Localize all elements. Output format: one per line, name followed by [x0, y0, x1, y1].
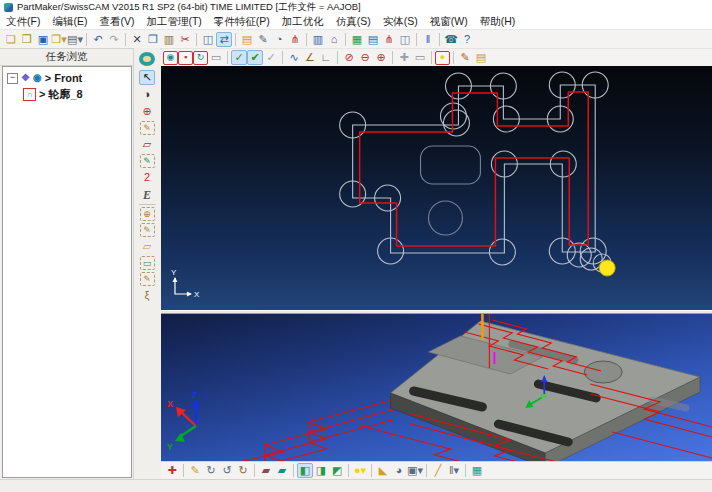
show-all-toolpaths-icon[interactable]: ✔ — [247, 50, 263, 65]
orbit-icon[interactable]: ◕ — [391, 463, 407, 478]
undo-icon[interactable]: ↶ — [90, 32, 106, 47]
menu-view[interactable]: 查看(V) — [93, 15, 140, 29]
window-refresh-icon[interactable]: ↻ — [193, 51, 208, 65]
verify-path-icon[interactable]: ✎ — [457, 50, 473, 65]
angle-measure-icon[interactable]: ∠ — [302, 50, 318, 65]
help-icon[interactable]: ? — [459, 32, 475, 47]
documentation-icon[interactable]: ▥ — [310, 32, 326, 47]
camera-dropdown-icon[interactable]: ▣▾ — [407, 463, 423, 478]
sketch-icon[interactable]: ✎ — [187, 463, 203, 478]
top-view-icon[interactable]: ◨ — [313, 463, 329, 478]
marquee-icon[interactable]: ▭ — [140, 256, 155, 270]
rotate-page-icon[interactable]: ↻ — [235, 463, 251, 478]
window-view-1-icon[interactable]: ◉ — [163, 51, 178, 65]
report-icon[interactable]: ▤ — [365, 32, 381, 47]
light-dropdown-icon[interactable]: ●▾ — [352, 463, 368, 478]
paste-icon[interactable]: ▥ — [161, 32, 177, 47]
cut-icon[interactable]: ✕ — [129, 32, 145, 47]
phone-support-icon[interactable]: ☎ — [443, 32, 459, 47]
cycle-time-icon[interactable]: ◔ — [271, 32, 287, 47]
pan-icon[interactable]: ✚ — [396, 50, 412, 65]
toolpath-3d-back — [223, 400, 393, 461]
tool-group-icon[interactable] — [137, 50, 157, 68]
shaded-view-icon[interactable]: ▰ — [258, 463, 274, 478]
point-target-icon[interactable]: ⊕ — [139, 104, 155, 119]
zoom-window-icon[interactable]: ⊘ — [341, 50, 357, 65]
machine-tree-icon[interactable]: ⋔ — [381, 32, 397, 47]
profile-2-icon[interactable]: 2 — [139, 170, 155, 185]
redo-icon[interactable]: ↷ — [106, 32, 122, 47]
tool-edit-icon[interactable]: ✎ — [255, 32, 271, 47]
toolbar-separator — [453, 51, 454, 64]
menu-part-features[interactable]: 零件特征(P) — [208, 15, 276, 29]
menu-simulation[interactable]: 仿真(S) — [330, 15, 377, 29]
window-view-2-icon[interactable]: ▪ — [178, 51, 193, 65]
menu-edit[interactable]: 编辑(E) — [46, 15, 93, 29]
process-manager-icon[interactable]: ◫ — [200, 32, 216, 47]
menu-process-optimize[interactable]: 加工优化 — [276, 15, 330, 29]
tree-node-front-label[interactable]: > Front — [45, 72, 83, 84]
tree-node-profile[interactable]: ∩ > 轮廓_8 — [3, 86, 131, 102]
task-browser-header: 任务浏览 — [0, 49, 133, 66]
print-dropdown-icon[interactable]: ▤▾ — [67, 32, 83, 47]
chain-select-icon[interactable]: ∿ — [286, 50, 302, 65]
toolbar-separator — [371, 464, 372, 477]
zoom-in-icon[interactable]: ⊕ — [373, 50, 389, 65]
schedule-icon[interactable]: ◫ — [397, 32, 413, 47]
menu-help[interactable]: 帮助(H) — [474, 15, 522, 29]
hide-toolpath-icon[interactable]: ✓ — [263, 50, 279, 65]
new-file-icon[interactable]: ❏ — [3, 32, 19, 47]
menu-file[interactable]: 文件(F) — [0, 15, 46, 29]
menu-window[interactable]: 视窗(W) — [424, 15, 474, 29]
viewport-2d[interactable]: Y X — [161, 66, 712, 310]
sketch-marquee-3-icon[interactable]: ✎ — [140, 223, 155, 237]
sketch-marquee-4-icon[interactable]: ✎ — [140, 272, 155, 286]
sketch-marquee-icon[interactable]: ✎ — [140, 121, 155, 135]
home-icon[interactable]: ⌂ — [326, 32, 342, 47]
pause-icon[interactable]: ‖ — [420, 32, 436, 47]
viewport-3d[interactable]: Z X Y — [161, 314, 712, 461]
tree-node-profile-label[interactable]: > 轮廓_8 — [39, 87, 83, 102]
iso-view-icon[interactable]: ◧ — [297, 463, 313, 478]
work-area: ◉ ▪ ↻ ▭ ✓ ✔ ✓ ∿ ∠ ∟ ⊘ ⊖ ⊕ — [161, 48, 712, 479]
save-icon[interactable]: ▣ — [35, 32, 51, 47]
measure-icon[interactable]: ╱ — [430, 463, 446, 478]
drill-target-icon[interactable]: ⊕ — [140, 207, 155, 221]
window-plain-icon[interactable]: ▭ — [208, 50, 224, 65]
probe-dropdown-icon[interactable]: ‖▾ — [446, 463, 462, 478]
wireframe-view-icon[interactable]: ▰ — [274, 463, 290, 478]
copy-icon[interactable]: ❐ — [145, 32, 161, 47]
light-toggle-icon[interactable]: ● — [435, 51, 450, 65]
triad-icon[interactable]: ✚ — [164, 463, 180, 478]
open-file-icon[interactable]: ❒ — [19, 32, 35, 47]
show-toolpath-icon[interactable]: ✓ — [231, 50, 247, 65]
shade-sphere-icon[interactable]: ◑ — [139, 87, 155, 102]
tree-node-front[interactable]: − ❖ ◉ > Front — [3, 70, 131, 86]
polygon-feature-icon[interactable]: ▱ — [139, 137, 155, 152]
side-view-icon[interactable]: ◩ — [329, 463, 345, 478]
menu-solids[interactable]: 实体(S) — [377, 15, 424, 29]
part-features-icon[interactable]: ▤ — [239, 32, 255, 47]
polyline-icon[interactable]: ∟ — [318, 50, 334, 65]
post-config-icon[interactable]: ⇄ — [216, 32, 232, 47]
zoom-out-icon[interactable]: ⊖ — [357, 50, 373, 65]
collapse-icon[interactable]: − — [7, 73, 18, 84]
engrave-icon[interactable]: E — [139, 187, 155, 202]
render-page-icon[interactable]: ▤ — [473, 50, 489, 65]
stock-icon[interactable]: ◣ — [375, 463, 391, 478]
process-tree-icon[interactable]: ⋔ — [287, 32, 303, 47]
contour-outline — [353, 85, 596, 253]
select-arrow-icon[interactable]: ↖ — [139, 70, 155, 85]
screenshot-icon[interactable]: ▦ — [469, 463, 485, 478]
zoom-box-icon[interactable]: ▭ — [412, 50, 428, 65]
polygon-feature-2-icon[interactable]: ▱ — [139, 239, 155, 254]
thread-tool-icon[interactable]: ξ — [139, 288, 155, 303]
new-dropdown-icon[interactable]: ❐▾ — [51, 32, 67, 47]
rotate-y-icon[interactable]: ↺ — [219, 463, 235, 478]
delete-icon[interactable]: ✂ — [177, 32, 193, 47]
rotate-x-icon[interactable]: ↻ — [203, 463, 219, 478]
sketch-marquee-2-icon[interactable]: ✎ — [140, 154, 155, 168]
menu-job-manager[interactable]: 加工管理(T) — [140, 15, 207, 29]
axis-triad-3d: Z X Y — [167, 390, 200, 452]
simulation-icon[interactable]: ▦ — [349, 32, 365, 47]
